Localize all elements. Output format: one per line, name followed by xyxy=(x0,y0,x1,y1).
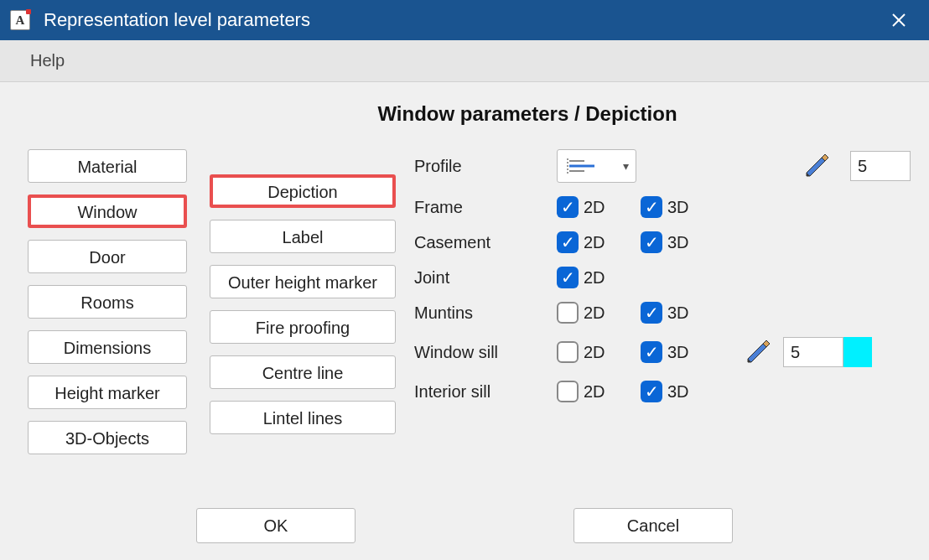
frame-2d-checkbox[interactable]: ✓2D xyxy=(557,196,641,218)
category-list: Material Window Door Rooms Dimensions He… xyxy=(23,149,191,466)
profile-select[interactable]: ▾ xyxy=(557,149,636,183)
profile-pen-input[interactable] xyxy=(850,151,911,181)
windowsill-pen-button[interactable] xyxy=(733,337,783,367)
content-area: Window parameters / Depiction Material W… xyxy=(0,82,929,466)
profile-pen-button[interactable] xyxy=(783,151,850,181)
category-dimensions[interactable]: Dimensions xyxy=(28,330,187,364)
menu-bar: Help xyxy=(0,40,929,82)
subtab-centre-line[interactable]: Centre line xyxy=(210,355,396,389)
pencil-icon xyxy=(802,151,832,181)
profile-icon xyxy=(564,155,598,177)
app-icon: A xyxy=(10,10,30,30)
close-button[interactable] xyxy=(879,0,919,40)
category-window[interactable]: Window xyxy=(28,194,187,228)
param-casement-label: Casement xyxy=(414,233,557,252)
casement-3d-checkbox[interactable]: ✓3D xyxy=(641,231,733,253)
category-height-marker[interactable]: Height marker xyxy=(28,376,187,409)
interiorsill-2d-checkbox[interactable]: 2D xyxy=(557,381,641,402)
param-frame-label: Frame xyxy=(414,198,557,217)
subtab-label[interactable]: Label xyxy=(210,220,396,253)
subtab-fire-proofing[interactable]: Fire proofing xyxy=(210,310,396,344)
subtab-depiction[interactable]: Depiction xyxy=(210,174,396,208)
close-icon xyxy=(891,13,906,28)
windowsill-pen-input[interactable] xyxy=(783,337,843,367)
category-material[interactable]: Material xyxy=(28,149,187,183)
windowsill-pen-group xyxy=(783,337,884,367)
param-profile-label: Profile xyxy=(414,157,557,176)
param-joint-label: Joint xyxy=(414,268,557,288)
param-interiorsill-label: Interior sill xyxy=(414,382,557,402)
category-door[interactable]: Door xyxy=(28,240,187,273)
ok-button[interactable]: OK xyxy=(196,508,356,543)
param-windowsill-label: Window sill xyxy=(414,343,557,362)
subtab-list: Depiction Label Outer height marker Fire… xyxy=(206,174,399,466)
menu-help[interactable]: Help xyxy=(20,44,75,77)
casement-2d-checkbox[interactable]: ✓2D xyxy=(557,231,641,253)
title-bar: A Representation level parameters xyxy=(0,0,929,40)
interiorsill-3d-checkbox[interactable]: ✓3D xyxy=(641,381,733,402)
chevron-down-icon: ▾ xyxy=(623,159,629,173)
category-3d-objects[interactable]: 3D-Objects xyxy=(28,421,187,454)
subtab-outer-height-marker[interactable]: Outer height marker xyxy=(210,265,396,298)
pencil-icon xyxy=(743,337,773,367)
windowsill-3d-checkbox[interactable]: ✓3D xyxy=(641,341,733,363)
muntins-2d-checkbox[interactable]: 2D xyxy=(557,302,641,324)
subtab-lintel-lines[interactable]: Lintel lines xyxy=(210,401,396,434)
muntins-3d-checkbox[interactable]: ✓3D xyxy=(641,302,733,324)
cancel-button[interactable]: Cancel xyxy=(573,508,733,543)
profile-pen-group xyxy=(850,151,884,181)
dialog-footer: OK Cancel xyxy=(0,508,929,543)
window-title: Representation level parameters xyxy=(44,9,879,31)
param-muntins-label: Muntins xyxy=(414,303,557,323)
frame-3d-checkbox[interactable]: ✓3D xyxy=(641,196,733,218)
windowsill-color-swatch[interactable] xyxy=(843,337,872,367)
param-grid: Profile ▾ xyxy=(414,149,906,402)
category-rooms[interactable]: Rooms xyxy=(28,285,187,319)
svg-marker-6 xyxy=(807,158,825,176)
joint-2d-checkbox[interactable]: ✓2D xyxy=(557,267,641,288)
page-title: Window parameters / Depiction xyxy=(23,102,906,126)
app-icon-letter: A xyxy=(16,13,25,28)
params-panel: Profile ▾ xyxy=(414,149,906,466)
windowsill-2d-checkbox[interactable]: 2D xyxy=(557,341,641,363)
svg-marker-9 xyxy=(748,344,766,362)
columns: Material Window Door Rooms Dimensions He… xyxy=(23,149,906,466)
